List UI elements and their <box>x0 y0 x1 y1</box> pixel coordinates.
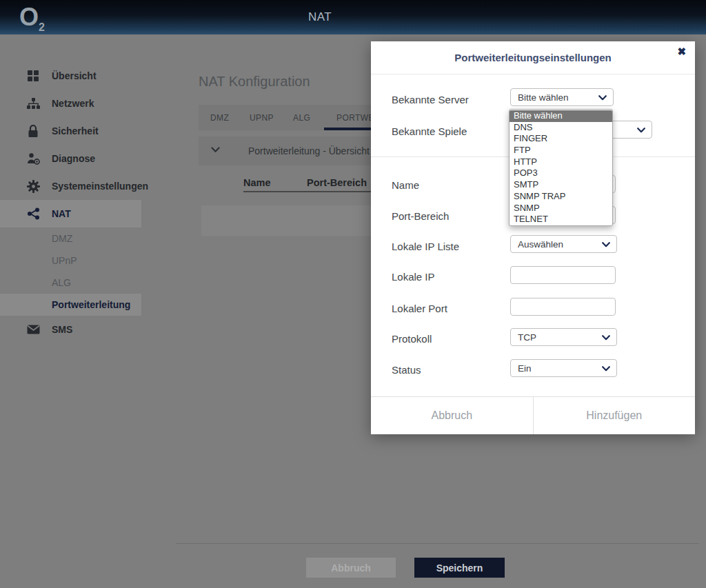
known-server-label: Bekannte Server <box>392 94 469 105</box>
page-cancel-button[interactable]: Abbruch <box>306 558 396 578</box>
known-server-dropdown-list: Bitte wählen DNS FINGER FTP HTTP POP3 SM… <box>509 109 613 226</box>
sidebar-item-sicherheit[interactable]: Sicherheit <box>0 117 141 145</box>
page-footer-divider <box>176 543 699 544</box>
sidebar-subitem-alg[interactable]: ALG <box>0 272 141 294</box>
modal-header-divider <box>371 74 695 74</box>
dropdown-option-pop3[interactable]: POP3 <box>510 168 612 179</box>
local-ip-label: Lokale IP <box>392 271 435 283</box>
port-range-label: Port-Bereich <box>392 210 449 222</box>
dropdown-option-snmp-trap[interactable]: SNMP TRAP <box>510 191 612 203</box>
local-ip-list-value: Auswählen <box>518 239 563 250</box>
sidebar-item-label: Netzwerk <box>52 98 94 109</box>
table-header-name: Name <box>243 177 271 188</box>
dropdown-option-bitte-waehlen[interactable]: Bitte wählen <box>510 110 612 122</box>
lock-icon <box>26 124 40 138</box>
known-games-label: Bekannte Spiele <box>392 125 467 137</box>
close-icon[interactable]: ✖ <box>677 45 686 58</box>
network-icon <box>26 97 40 110</box>
o2-logo-subscript: 2 <box>39 21 45 33</box>
grid-icon <box>26 69 40 83</box>
protocol-select[interactable]: TCP <box>510 328 617 346</box>
sidebar-subitem-dmz[interactable]: DMZ <box>0 227 141 250</box>
modal-title: Portweiterleitungseinstellungen <box>371 52 695 63</box>
chevron-down-icon <box>602 366 610 372</box>
share-icon <box>26 207 40 221</box>
known-server-value: Bitte wählen <box>518 92 569 103</box>
local-ip-list-label: Lokale IP Liste <box>392 241 459 252</box>
o2-logo: O2 <box>19 1 45 43</box>
dropdown-option-telnet[interactable]: TELNET <box>510 214 612 225</box>
sidebar-item-sms[interactable]: SMS <box>0 316 141 343</box>
sidebar-item-label: SMS <box>52 324 72 335</box>
sidebar-subitem-upnp[interactable]: UPnP <box>0 250 141 272</box>
modal-footer: Abbruch Hinzufügen <box>371 396 695 434</box>
dropdown-option-http[interactable]: HTTP <box>510 156 612 168</box>
tab-dmz[interactable]: DMZ <box>210 105 229 130</box>
sidebar-item-label: Diagnose <box>52 153 95 164</box>
diagnose-icon <box>26 152 40 165</box>
protocol-value: TCP <box>518 332 536 343</box>
protocol-label: Protokoll <box>392 333 432 345</box>
chevron-down-icon <box>211 147 220 153</box>
sidebar-subitem-label: Portweiterleitung <box>52 299 130 310</box>
chevron-down-icon <box>602 242 610 247</box>
name-label: Name <box>392 179 419 191</box>
mail-icon <box>26 323 40 336</box>
modal-cancel-button[interactable]: Abbruch <box>371 397 534 434</box>
chevron-down-icon <box>637 128 645 133</box>
dropdown-option-ftp[interactable]: FTP <box>510 145 612 156</box>
local-ip-list-select[interactable]: Auswählen <box>510 235 617 253</box>
local-port-input[interactable] <box>510 298 616 316</box>
table-header-port-bereich: Port-Bereich <box>307 177 367 188</box>
dropdown-option-dns[interactable]: DNS <box>510 122 612 134</box>
sidebar-subitem-label: UPnP <box>52 255 77 266</box>
page-save-button[interactable]: Speichern <box>414 558 505 578</box>
sidebar-subitem-portweiterleitung[interactable]: Portweiterleitung <box>0 294 141 316</box>
tab-alg[interactable]: ALG <box>293 105 310 130</box>
sidebar-item-label: Sicherheit <box>52 125 99 136</box>
sidebar-item-uebersicht[interactable]: Übersicht <box>0 62 141 90</box>
sidebar-item-label: Übersicht <box>52 70 97 81</box>
known-server-select[interactable]: Bitte wählen <box>510 88 614 106</box>
dropdown-option-snmp[interactable]: SNMP <box>510 203 612 214</box>
sidebar-item-label: NAT <box>52 208 71 219</box>
page-title: NAT Konfiguration <box>199 74 310 90</box>
status-value: Ein <box>518 363 532 374</box>
dropdown-option-smtp[interactable]: SMTP <box>510 179 612 191</box>
chevron-down-icon <box>602 335 610 341</box>
sidebar-item-systemeinstellungen[interactable]: Systemeinstellungen <box>0 172 141 200</box>
local-ip-input[interactable] <box>510 266 616 284</box>
tab-upnp[interactable]: UPNP <box>250 105 274 130</box>
dropdown-option-finger[interactable]: FINGER <box>510 133 612 145</box>
sidebar-subitem-label: DMZ <box>52 233 72 244</box>
modal-submit-button[interactable]: Hinzufügen <box>534 397 696 434</box>
page-header-title: NAT <box>308 10 332 24</box>
gear-icon <box>26 179 40 193</box>
chevron-down-icon <box>598 95 607 101</box>
sidebar-item-netzwerk[interactable]: Netzwerk <box>0 90 141 117</box>
app-header: O2 NAT <box>0 0 706 34</box>
sidebar-subitem-label: ALG <box>52 277 71 288</box>
sidebar-item-label: Systemeinstellungen <box>52 181 148 192</box>
sidebar-item-nat[interactable]: NAT <box>0 200 141 227</box>
portweiterleitung-settings-modal: Portweiterleitungseinstellungen ✖ Bekann… <box>371 41 695 434</box>
status-label: Status <box>392 364 421 376</box>
accordion-title: Portweiterleitung - Übersicht ( <box>248 145 375 156</box>
local-port-label: Lokaler Port <box>392 303 447 314</box>
status-select[interactable]: Ein <box>510 359 617 377</box>
sidebar-item-diagnose[interactable]: Diagnose <box>0 145 141 172</box>
